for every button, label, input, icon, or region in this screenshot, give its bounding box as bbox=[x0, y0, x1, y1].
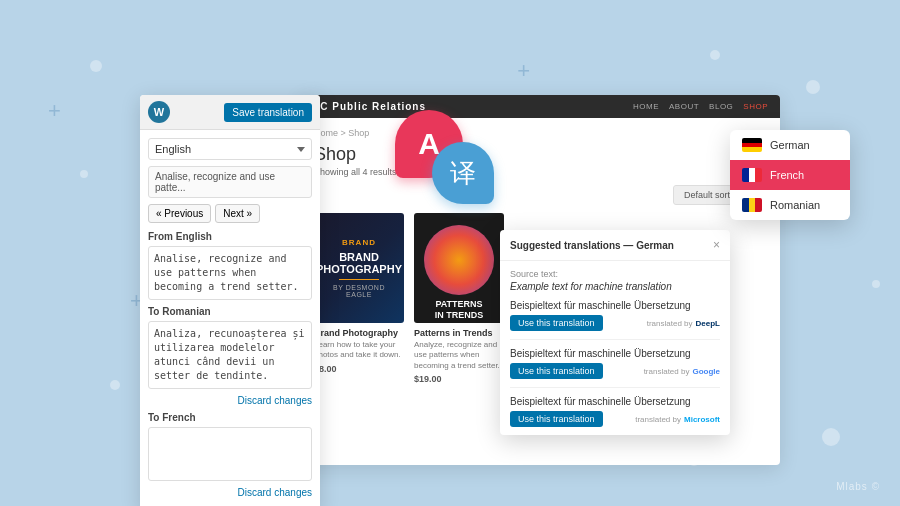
suggestion-item-google: Beispieltext für maschinelle Übersetzung… bbox=[510, 348, 720, 388]
lang-label-romanian: Romanian bbox=[770, 199, 820, 211]
translate-symbol-bubble: 译 bbox=[432, 142, 494, 204]
close-icon[interactable]: × bbox=[713, 238, 720, 252]
suggestion-item-deepl: Beispieltext für maschinelle Übersetzung… bbox=[510, 300, 720, 340]
deepl-badge: DeepL bbox=[696, 319, 720, 328]
suggestion-text-microsoft: Beispieltext für maschinelle Übersetzung bbox=[510, 396, 720, 407]
to-romanian-label: To Romanian bbox=[148, 306, 312, 317]
lang-item-french[interactable]: French bbox=[730, 160, 850, 190]
brand-book-cover: BRAND BRANDPHOTOGRAPHY BY DESMOND EAGLE bbox=[314, 213, 404, 323]
plus-icon: + bbox=[48, 100, 61, 122]
flag-romanian bbox=[742, 198, 762, 212]
product-price-brand: $8.00 bbox=[314, 364, 404, 374]
product-title-patterns: Patterns in Trends bbox=[414, 328, 504, 338]
to-french-textarea[interactable] bbox=[148, 427, 312, 481]
suggestions-body: Source text: Example text for machine tr… bbox=[500, 261, 730, 435]
lang-item-german[interactable]: German bbox=[730, 130, 850, 160]
suggestion-text-deepl: Beispieltext für maschinelle Übersetzung bbox=[510, 300, 720, 311]
nav-home[interactable]: HOME bbox=[633, 102, 659, 111]
product-card-patterns: PATTERNSIN TRENDS Patterns in Trends Ana… bbox=[414, 213, 504, 384]
deco-dot bbox=[710, 50, 720, 60]
translation-text-input[interactable]: Analise, recognize and use patte... bbox=[148, 166, 312, 198]
wp-panel-header: W Save translation bbox=[140, 95, 320, 130]
save-translation-button[interactable]: Save translation bbox=[224, 103, 312, 122]
navigation-buttons: « Previous Next » bbox=[148, 204, 312, 223]
from-section-label: From English bbox=[148, 231, 312, 242]
product-count: Showing all 4 results bbox=[314, 167, 766, 177]
language-selector-panel: German French Romanian bbox=[730, 130, 850, 220]
product-image-patterns: PATTERNSIN TRENDS bbox=[414, 213, 504, 323]
discard-french-link[interactable]: Discard changes bbox=[148, 487, 312, 498]
suggestion-footer-microsoft: Use this translation translated by Micro… bbox=[510, 411, 720, 427]
suggestion-footer-google: Use this translation translated by Googl… bbox=[510, 363, 720, 379]
microsoft-badge: Microsoft bbox=[684, 415, 720, 424]
lang-item-romanian[interactable]: Romanian bbox=[730, 190, 850, 220]
nav-blog[interactable]: BLOG bbox=[709, 102, 733, 111]
use-translation-microsoft-button[interactable]: Use this translation bbox=[510, 411, 603, 427]
provider-label: translated by bbox=[635, 415, 681, 424]
brand-title-main: BRANDPHOTOGRAPHY bbox=[316, 251, 402, 275]
discard-romanian-link[interactable]: Discard changes bbox=[148, 395, 312, 406]
provider-label: translated by bbox=[644, 367, 690, 376]
lang-label-french: French bbox=[770, 169, 804, 181]
provider-microsoft: translated by Microsoft bbox=[635, 415, 720, 424]
suggestion-item-microsoft: Beispieltext für maschinelle Übersetzung… bbox=[510, 396, 720, 427]
deco-dot bbox=[80, 170, 88, 178]
provider-label: translated by bbox=[647, 319, 693, 328]
brand-author: BY DESMOND EAGLE bbox=[320, 284, 398, 298]
flag-german bbox=[742, 138, 762, 152]
product-desc-patterns: Analyze, recognize and use patterns when… bbox=[414, 340, 504, 371]
shop-navbar: BC Public Relations HOME ABOUT BLOG SHOP bbox=[300, 95, 780, 118]
product-image-brand: BRAND BRANDPHOTOGRAPHY BY DESMOND EAGLE bbox=[314, 213, 404, 323]
suggestion-text-google: Beispieltext für maschinelle Übersetzung bbox=[510, 348, 720, 359]
suggestions-title: Suggested translations — German bbox=[510, 240, 674, 251]
product-title-brand: Brand Photography bbox=[314, 328, 404, 338]
product-price-patterns: $19.00 bbox=[414, 374, 504, 384]
previous-button[interactable]: « Previous bbox=[148, 204, 211, 223]
patterns-circle bbox=[424, 225, 494, 295]
deco-dot bbox=[110, 380, 120, 390]
patterns-title: PATTERNSIN TRENDS bbox=[431, 299, 488, 321]
brand-divider bbox=[339, 279, 379, 280]
use-translation-google-button[interactable]: Use this translation bbox=[510, 363, 603, 379]
product-desc-brand: Learn how to take your photos and take i… bbox=[314, 340, 404, 361]
chat-bubbles-decoration: A 译 bbox=[390, 110, 500, 220]
next-button[interactable]: Next » bbox=[215, 204, 260, 223]
wp-panel-body: English Analise, recognize and use patte… bbox=[140, 130, 320, 506]
nav-shop[interactable]: SHOP bbox=[743, 102, 768, 111]
to-romanian-textarea[interactable] bbox=[148, 321, 312, 389]
from-english-textarea[interactable] bbox=[148, 246, 312, 300]
to-french-label: To French bbox=[148, 412, 312, 423]
provider-google: translated by Google bbox=[644, 367, 720, 376]
translate-symbol: 译 bbox=[450, 156, 476, 191]
patterns-book-cover: PATTERNSIN TRENDS bbox=[414, 213, 504, 323]
breadcrumb: Home > Shop bbox=[314, 128, 766, 138]
watermark: Mlabs © bbox=[836, 481, 880, 492]
google-badge: Google bbox=[692, 367, 720, 376]
deco-dot bbox=[90, 60, 102, 72]
brand-title-top: BRAND bbox=[342, 238, 376, 247]
deco-dot bbox=[822, 428, 840, 446]
shop-nav-links: HOME ABOUT BLOG SHOP bbox=[633, 102, 768, 111]
suggestions-panel: Suggested translations — German × Source… bbox=[500, 230, 730, 435]
provider-deepl: translated by DeepL bbox=[647, 319, 720, 328]
wp-logo: W bbox=[148, 101, 170, 123]
source-label: Source text: bbox=[510, 269, 720, 279]
source-text: Example text for machine translation bbox=[510, 281, 720, 292]
suggestions-header: Suggested translations — German × bbox=[500, 230, 730, 261]
deco-dot bbox=[806, 80, 820, 94]
deco-dot bbox=[872, 280, 880, 288]
flag-french bbox=[742, 168, 762, 182]
shop-title: Shop bbox=[314, 144, 766, 165]
shop-toolbar: Default sorting bbox=[314, 185, 766, 205]
language-select[interactable]: English bbox=[148, 138, 312, 160]
wp-translation-panel: W Save translation English Analise, reco… bbox=[140, 95, 320, 506]
suggestion-footer-deepl: Use this translation translated by DeepL bbox=[510, 315, 720, 331]
product-card-brand: BRAND BRANDPHOTOGRAPHY BY DESMOND EAGLE … bbox=[314, 213, 404, 384]
use-translation-deepl-button[interactable]: Use this translation bbox=[510, 315, 603, 331]
nav-about[interactable]: ABOUT bbox=[669, 102, 699, 111]
plus-icon: + bbox=[517, 60, 530, 82]
lang-label-german: German bbox=[770, 139, 810, 151]
